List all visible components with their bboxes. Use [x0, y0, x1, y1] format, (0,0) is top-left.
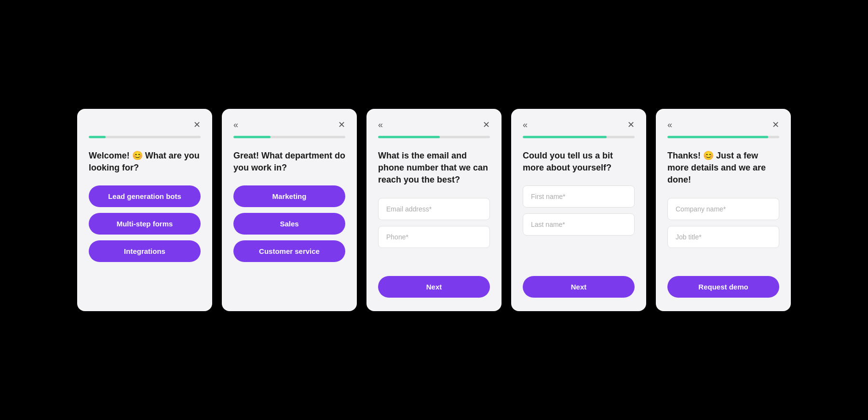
progress-fill: [378, 136, 440, 138]
card-5: «✕Thanks! 😊 Just a few more details and …: [656, 109, 791, 311]
back-button[interactable]: «: [667, 120, 672, 129]
opt-marketing-button[interactable]: Marketing: [233, 185, 345, 207]
progress-bar: [523, 136, 635, 138]
input-phone[interactable]: [378, 226, 490, 248]
input-company[interactable]: [667, 198, 779, 220]
opt-lead-button[interactable]: Lead generation bots: [89, 185, 201, 207]
inputs-container: [667, 198, 779, 254]
progress-bar: [378, 136, 490, 138]
card-2: «✕Great! What department do you work in?…: [222, 109, 357, 311]
options-container: MarketingSalesCustomer service: [233, 185, 345, 262]
close-button[interactable]: ✕: [338, 120, 345, 129]
opt-sales-button[interactable]: Sales: [233, 213, 345, 235]
card-header: «✕: [667, 120, 779, 129]
card-header: «✕: [378, 120, 490, 129]
card-header: «✕: [233, 120, 345, 129]
opt-integrations-button[interactable]: Integrations: [89, 240, 201, 262]
close-button[interactable]: ✕: [627, 120, 635, 129]
cards-container: «✕Welcome! 😊 What are you looking for?Le…: [63, 109, 805, 311]
card-header: «✕: [523, 120, 635, 129]
progress-fill: [523, 136, 607, 138]
options-container: Lead generation botsMulti-step formsInte…: [89, 185, 201, 262]
close-button[interactable]: ✕: [772, 120, 779, 129]
question-text: Great! What department do you work in?: [233, 150, 345, 174]
question-text: Thanks! 😊 Just a few more details and we…: [667, 150, 779, 186]
input-email[interactable]: [378, 198, 490, 220]
inputs-container: [378, 198, 490, 254]
action-button[interactable]: Request demo: [667, 276, 779, 298]
progress-fill: [233, 136, 271, 138]
opt-forms-button[interactable]: Multi-step forms: [89, 213, 201, 235]
input-lastname[interactable]: [523, 213, 635, 236]
input-jobtitle[interactable]: [667, 226, 779, 248]
card-1: «✕Welcome! 😊 What are you looking for?Le…: [77, 109, 212, 311]
input-firstname[interactable]: [523, 185, 635, 208]
card-4: «✕Could you tell us a bit more about you…: [511, 109, 646, 311]
action-button[interactable]: Next: [523, 276, 635, 298]
card-header: «✕: [89, 120, 201, 129]
progress-bar: [233, 136, 345, 138]
action-button[interactable]: Next: [378, 276, 490, 298]
question-text: What is the email and phone number that …: [378, 150, 490, 186]
question-text: Welcome! 😊 What are you looking for?: [89, 150, 201, 174]
card-3: «✕What is the email and phone number tha…: [366, 109, 502, 311]
back-button[interactable]: «: [523, 120, 528, 129]
opt-customer-button[interactable]: Customer service: [233, 240, 345, 262]
progress-bar: [89, 136, 201, 138]
back-button[interactable]: «: [378, 120, 383, 129]
progress-fill: [667, 136, 768, 138]
question-text: Could you tell us a bit more about yours…: [523, 150, 635, 174]
inputs-container: [523, 185, 635, 241]
progress-fill: [89, 136, 106, 138]
progress-bar: [667, 136, 779, 138]
close-button[interactable]: ✕: [193, 120, 201, 129]
close-button[interactable]: ✕: [483, 120, 490, 129]
back-button[interactable]: «: [233, 120, 238, 129]
